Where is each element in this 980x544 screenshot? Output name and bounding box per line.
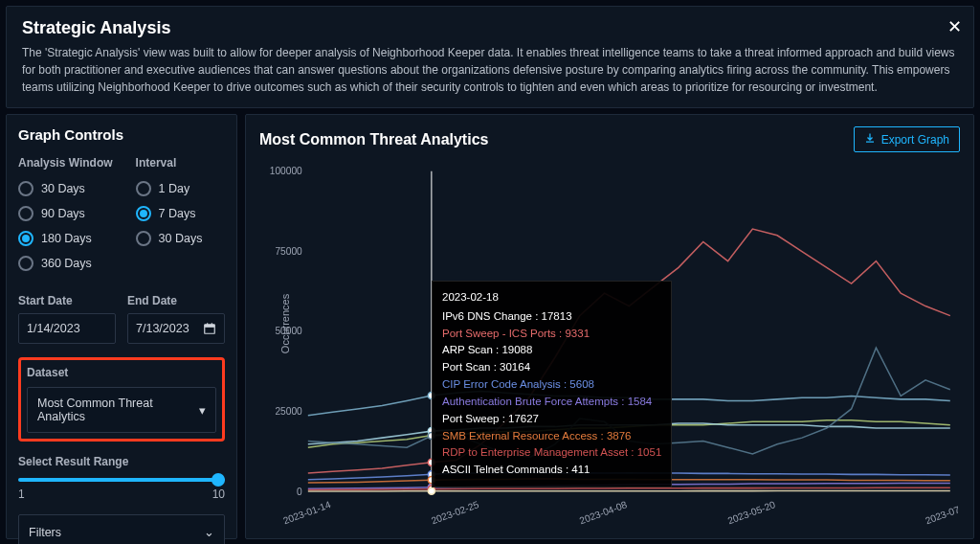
end-date-input[interactable]: 7/13/2023: [127, 313, 225, 344]
svg-text:2023-02-25: 2023-02-25: [430, 499, 480, 526]
caret-down-icon: ▾: [199, 403, 206, 418]
analysis-window-group: Analysis Window 30 Days90 Days180 Days36…: [18, 156, 113, 281]
y-axis-label: Occurrences: [279, 293, 291, 352]
svg-point-24: [428, 487, 434, 494]
tooltip-row: IPv6 DNS Change : 17813: [442, 308, 661, 326]
tooltip-row: Port Sweep - ICS Ports : 9331: [442, 326, 661, 343]
radio-icon: [18, 206, 33, 221]
svg-text:100000: 100000: [270, 166, 302, 176]
chevron-down-icon: ⌄: [204, 525, 214, 539]
tooltip-row: ARP Scan : 19088: [442, 342, 661, 359]
result-range-label: Select Result Range: [18, 455, 225, 468]
analysis-window-option-360-days[interactable]: 360 Days: [18, 256, 113, 271]
analysis-window-option-180-days[interactable]: 180 Days: [18, 231, 113, 246]
interval-label: Interval: [136, 156, 203, 170]
info-banner: Strategic Analysis The 'Strategic Analys…: [6, 6, 974, 108]
tooltip-row: CIP Error Code Analysis : 5608: [442, 376, 661, 394]
start-date-label: Start Date: [18, 294, 116, 307]
calendar-icon: [203, 322, 216, 335]
sidebar-title: Graph Controls: [18, 126, 225, 143]
start-date-input[interactable]: 1/14/2023: [18, 313, 116, 344]
svg-text:0: 0: [297, 487, 302, 497]
svg-rect-1: [205, 325, 215, 328]
chart-title: Most Common Threat Analytics: [259, 131, 488, 148]
graph-controls-panel: Graph Controls Analysis Window 30 Days90…: [6, 114, 237, 539]
slider-thumb[interactable]: [212, 473, 225, 487]
dataset-select[interactable]: Most Common Threat Analytics ▾: [27, 387, 216, 433]
radio-icon: [136, 181, 151, 196]
analysis-window-label: Analysis Window: [18, 156, 113, 170]
svg-text:75000: 75000: [275, 246, 302, 257]
banner-body: The 'Strategic Analysis' view was built …: [22, 44, 958, 96]
radio-icon: [136, 206, 151, 221]
range-max: 10: [212, 487, 225, 501]
download-icon: [864, 132, 876, 147]
export-graph-button[interactable]: Export Graph: [854, 126, 960, 152]
dataset-highlight: Dataset Most Common Threat Analytics ▾: [18, 357, 225, 442]
tooltip-row: ASCII Telnet Commands : 411: [442, 462, 661, 479]
tooltip-row: Port Scan : 30164: [442, 359, 661, 376]
banner-title: Strategic Analysis: [22, 18, 958, 38]
analysis-window-option-90-days[interactable]: 90 Days: [18, 206, 113, 221]
interval-group: Interval 1 Day7 Days30 Days: [136, 156, 203, 281]
svg-text:2023-07-13: 2023-07-13: [924, 499, 960, 526]
range-min: 1: [18, 487, 25, 501]
interval-option-1-day[interactable]: 1 Day: [136, 181, 203, 196]
radio-icon: [18, 231, 33, 246]
radio-icon: [18, 181, 33, 196]
interval-option-7-days[interactable]: 7 Days: [136, 206, 203, 221]
svg-text:2023-04-08: 2023-04-08: [578, 499, 629, 526]
tooltip-row: Authentication Brute Force Attempts : 15…: [442, 394, 661, 411]
radio-icon: [136, 231, 151, 246]
end-date-label: End Date: [127, 294, 225, 307]
svg-text:2023-01-14: 2023-01-14: [281, 499, 332, 526]
tooltip-row: RDP to Enterprise Management Asset : 105…: [442, 444, 661, 462]
tooltip-row: Port Sweep : 17627: [442, 411, 661, 428]
analysis-window-option-30-days[interactable]: 30 Days: [18, 181, 113, 196]
tooltip-date: 2023-02-18: [442, 289, 661, 306]
result-range-slider[interactable]: [18, 478, 225, 482]
close-icon[interactable]: ✕: [947, 16, 962, 37]
dataset-label: Dataset: [27, 366, 216, 379]
radio-icon: [18, 256, 33, 271]
svg-text:25000: 25000: [275, 406, 302, 417]
chart-tooltip: 2023-02-18 IPv6 DNS Change : 17813Port S…: [432, 281, 672, 487]
interval-option-30-days[interactable]: 30 Days: [136, 231, 203, 246]
chart-panel: Most Common Threat Analytics Export Grap…: [245, 114, 974, 539]
filters-select[interactable]: Filters ⌄: [18, 514, 225, 544]
tooltip-row: SMB External Resource Access : 3876: [442, 428, 661, 445]
svg-text:2023-05-20: 2023-05-20: [726, 499, 777, 526]
